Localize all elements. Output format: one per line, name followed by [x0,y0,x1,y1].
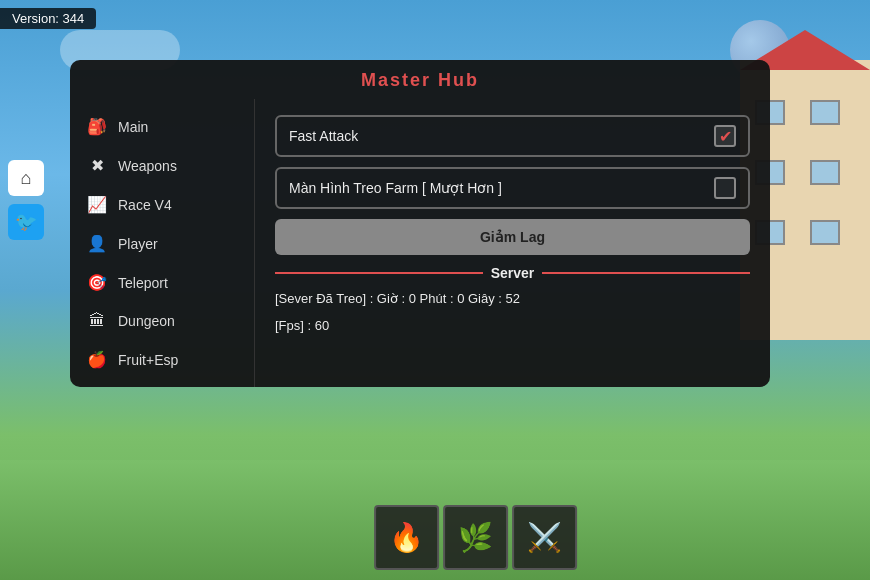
sidebar-item-fruit-esp[interactable]: 🍎 Fruit+Esp [70,340,254,379]
fruit-esp-icon: 🍎 [86,350,108,369]
teleport-icon: 🎯 [86,273,108,292]
server-time-info: [Sever Đã Treo] : Giờ : 0 Phút : 0 Giây … [275,289,750,308]
fire-item-icon: 🔥 [389,521,424,554]
server-title-row: Server [275,265,750,281]
fps-info: [Fps] : 60 [275,316,750,335]
panel-title: Master Hub [70,60,770,99]
sidebar-item-player[interactable]: 👤 Player [70,224,254,263]
right-divider [542,272,750,274]
left-divider [275,272,483,274]
home-button[interactable]: ⌂ [8,160,44,196]
hotbar: 🔥 🌿 ⚔️ [374,505,577,570]
man-hinh-treo-checkbox[interactable]: ✔ [714,177,736,199]
server-section: Server [Sever Đã Treo] : Giờ : 0 Phút : … [275,265,750,335]
sidebar-label-main: Main [118,119,148,135]
window-decoration [810,160,840,185]
content-area: Fast Attack ✔ Màn Hình Treo Farm [ Mượt … [255,99,770,387]
panel-body: 🎒 Main ✖ Weapons 📈 Race V4 👤 Player 🎯 Te… [70,99,770,387]
sidebar-item-dungeon[interactable]: 🏛 Dungeon [70,302,254,340]
hud-panel: Master Hub 🎒 Main ✖ Weapons 📈 Race V4 👤 … [70,60,770,387]
window-decoration [810,100,840,125]
player-icon: 👤 [86,234,108,253]
version-text: Version: 344 [12,11,84,26]
social-icons-panel: ⌂ 🐦 [8,160,44,240]
sidebar-label-teleport: Teleport [118,275,168,291]
sidebar: 🎒 Main ✖ Weapons 📈 Race V4 👤 Player 🎯 Te… [70,99,255,387]
hotbar-item-fire[interactable]: 🔥 [374,505,439,570]
dungeon-icon: 🏛 [86,312,108,330]
sidebar-label-race: Race V4 [118,197,172,213]
fast-attack-checkbox[interactable]: ✔ [714,125,736,147]
hotbar-item-leaf[interactable]: 🌿 [443,505,508,570]
sword-item-icon: ⚔️ [527,521,562,554]
server-title: Server [491,265,535,281]
version-badge: Version: 344 [0,8,96,29]
giam-lag-button[interactable]: Giảm Lag [275,219,750,255]
sidebar-item-main[interactable]: 🎒 Main [70,107,254,146]
sidebar-label-weapons: Weapons [118,158,177,174]
hotbar-item-sword[interactable]: ⚔️ [512,505,577,570]
sidebar-label-fruit-esp: Fruit+Esp [118,352,178,368]
man-hinh-treo-label: Màn Hình Treo Farm [ Mượt Hơn ] [289,180,502,196]
fast-attack-label: Fast Attack [289,128,358,144]
sidebar-item-weapons[interactable]: ✖ Weapons [70,146,254,185]
weapons-icon: ✖ [86,156,108,175]
sidebar-label-player: Player [118,236,158,252]
leaf-item-icon: 🌿 [458,521,493,554]
window-decoration [810,220,840,245]
man-hinh-treo-row: Màn Hình Treo Farm [ Mượt Hơn ] ✔ [275,167,750,209]
sidebar-item-teleport[interactable]: 🎯 Teleport [70,263,254,302]
twitter-button[interactable]: 🐦 [8,204,44,240]
main-icon: 🎒 [86,117,108,136]
sidebar-item-race-v4[interactable]: 📈 Race V4 [70,185,254,224]
race-icon: 📈 [86,195,108,214]
sidebar-label-dungeon: Dungeon [118,313,175,329]
fast-attack-row: Fast Attack ✔ [275,115,750,157]
